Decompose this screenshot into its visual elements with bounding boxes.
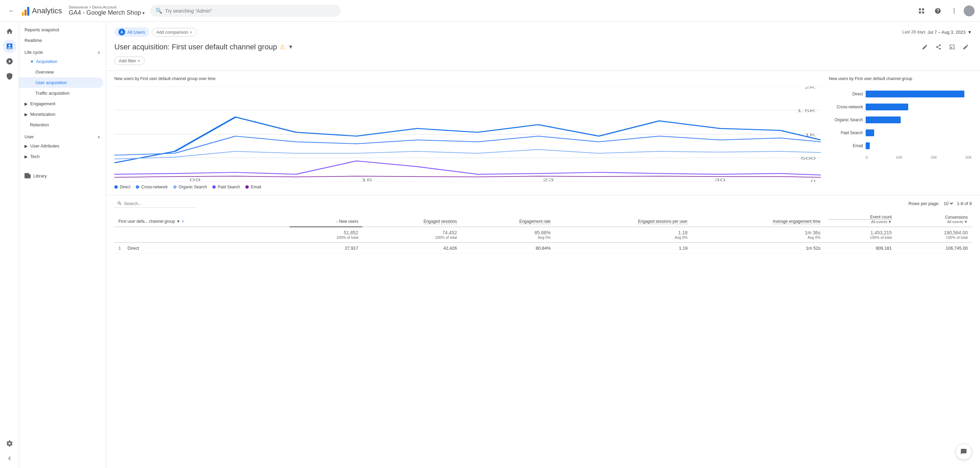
title-actions [919,41,972,53]
svg-text:16: 16 [361,178,372,182]
avatar[interactable] [964,5,975,16]
edit-report-button[interactable] [919,41,931,53]
total-conversions: 190,564.00 100% of total [896,227,972,243]
sidebar-item-acquisition[interactable]: ▼ Acquisition [19,56,103,67]
table-toolbar: Rows per page: 10 25 50 1-8 of 8 [115,195,972,212]
sidebar-item-overview[interactable]: Overview [19,67,103,77]
all-users-chip[interactable]: A All Users [115,27,149,37]
rows-per-page-select[interactable]: 10 25 50 [942,201,954,206]
svg-rect-3 [922,11,924,13]
legend-email[interactable]: Email [245,185,261,189]
legend-direct[interactable]: Direct [115,185,130,189]
col-conversions[interactable]: Conversions All events ▼ [896,212,972,227]
date-range-selector[interactable]: Last 28 days Jul 7 – Aug 3, 2023 ▼ [902,30,972,35]
legend-dot-organic-search [173,185,177,189]
sidebar-item-monetization[interactable]: ▶ Monetization [19,109,106,120]
total-event-count: 1,453,215 100% of total [824,227,896,243]
legend-paid-search[interactable]: Paid Search [212,185,240,189]
logo-bar-3 [27,7,29,16]
property-selector[interactable]: GA4 - Google Merch Shop ▾ [69,9,145,16]
add-filter-plus-icon: + [137,58,140,63]
add-comparison-plus-icon: + [189,30,192,35]
feedback-button[interactable] [956,444,972,460]
table-section: Rows per page: 10 25 50 1-8 of 8 First u… [106,195,980,262]
table-search[interactable] [115,199,196,208]
sidebar-item-library[interactable]: Library [19,170,106,182]
add-comparison-button[interactable]: Add comparison + [152,28,197,37]
report-title-row: User acquisition: First user default cha… [115,41,972,53]
search-input[interactable] [165,8,335,14]
sidebar-item-user-acquisition[interactable]: User acquisition [19,77,103,88]
search-bar[interactable]: 🔍 [150,5,340,17]
nav-collapse-button[interactable] [3,452,16,465]
col-add-button[interactable]: + [182,219,184,224]
bar-x-20k: 20K [930,155,937,160]
nav-advertising-button[interactable] [3,69,16,83]
chart-legend: Direct Cross-network Organic Search Paid… [115,185,821,189]
legend-dot-paid-search [212,185,216,189]
col-event-count[interactable]: Event count All events ▼ [824,212,896,227]
total-engagement-rate: 85.68% Avg 0% [461,227,555,243]
bar-chart-title: New users by First user default channel … [829,76,972,81]
compare-button[interactable] [946,41,958,53]
row-conversions: 106,745.00 [896,243,972,254]
legend-cross-network[interactable]: Cross-network [136,185,167,189]
sidebar-item-engagement[interactable]: ▶ Engagement [19,99,106,109]
lifecycle-group-label[interactable]: Life cycle ∧ [19,46,106,56]
bar-fill-direct [865,91,964,97]
col-engagement-rate[interactable]: Engagement rate [461,212,555,227]
col-channel-dropdown-icon: ▼ [176,219,180,224]
line-chart-container: 09 16 23 30 Jul 2K 1.5K 1K 500 0 [115,86,821,182]
event-count-dropdown-icon[interactable]: ▼ [888,220,892,224]
nav-explore-button[interactable] [3,54,16,68]
nav-reports-button[interactable] [3,40,16,53]
sidebar-item-traffic-acquisition[interactable]: Traffic acquisition [19,88,103,99]
sidebar-item-tech[interactable]: ▶ Tech [19,151,106,162]
table-search-input[interactable] [124,201,193,206]
nav-home-button[interactable] [3,24,16,38]
nav-settings-button[interactable] [3,437,16,450]
col-new-users[interactable]: ↓ New users [290,212,363,227]
svg-text:1.5K: 1.5K [797,109,816,113]
sidebar-item-retention[interactable]: Retention [19,120,103,130]
bar-x-0: 0 [865,155,868,160]
bar-fill-cross-network [865,104,908,110]
main-content: A All Users Add comparison + Last 28 day… [106,22,980,468]
share-button[interactable] [932,41,945,53]
apps-button[interactable] [915,4,928,18]
bar-row-direct: Direct [829,91,972,97]
tech-chevron: ▶ [24,154,27,159]
user-chevron: ∧ [97,134,100,139]
analytics-logo [22,6,29,16]
sidebar-item-realtime[interactable]: Realtime [19,35,103,46]
col-sessions-per-user[interactable]: Engaged sessions per user [555,212,692,227]
title-dropdown-icon[interactable]: ▼ [288,44,293,50]
row-engagement-rate: 80.84% [461,243,555,254]
svg-text:30: 30 [714,178,725,182]
svg-rect-1 [922,8,924,10]
svg-rect-0 [919,8,921,10]
pencil-edit-button[interactable] [959,41,972,53]
search-icon: 🔍 [156,8,162,14]
add-filter-button[interactable]: Add filter + [115,56,145,65]
more-button[interactable] [947,4,961,18]
report-title: User acquisition: First user default cha… [115,43,277,51]
table-row[interactable]: 1 Direct 27,917 42,426 80.84% 1.19 1m 52… [115,243,972,254]
back-button[interactable]: ← [5,5,18,17]
legend-dot-email [245,185,249,189]
col-avg-engagement[interactable]: Average engagement time [692,212,825,227]
conversions-dropdown-icon[interactable]: ▼ [964,220,968,224]
breadcrumb-top: Demoverse > Demo Account [69,5,145,9]
user-attributes-chevron: ▶ [24,144,27,149]
bar-row-paid-search: Paid Search [829,129,972,136]
legend-organic-search[interactable]: Organic Search [173,185,207,189]
svg-text:09: 09 [189,178,201,182]
svg-rect-2 [919,11,921,13]
row-new-users: 27,917 [290,243,363,254]
user-group-label[interactable]: User ∧ [19,130,106,141]
col-engaged-sessions[interactable]: Engaged sessions [363,212,461,227]
help-button[interactable] [931,4,945,18]
sidebar-item-reports-snapshot[interactable]: Reports snapshot [19,24,103,35]
col-channel[interactable]: First user defa... channel group ▼ + [115,212,290,227]
sidebar-item-user-attributes[interactable]: ▶ User Attributes [19,141,106,151]
